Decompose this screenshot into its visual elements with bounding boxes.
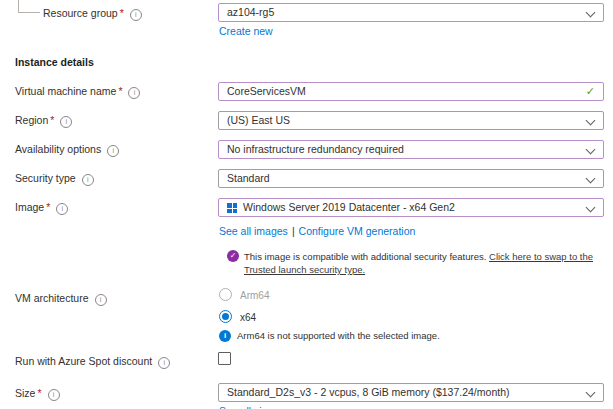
create-new-link[interactable]: Create new bbox=[219, 25, 273, 37]
swap-trusted-launch-link-line1[interactable]: Click here to swap to the bbox=[489, 251, 593, 262]
chevron-down-icon[interactable] bbox=[586, 8, 596, 18]
availability-options-value: No infrastructure redundancy required bbox=[227, 143, 404, 155]
info-badge-icon: i bbox=[219, 330, 231, 342]
swap-trusted-launch-link-line2[interactable]: Trusted launch security type. bbox=[244, 264, 365, 275]
see-all-sizes-link[interactable]: See all sizes bbox=[219, 405, 278, 409]
size-label-text: Size bbox=[15, 387, 35, 399]
resource-group-label: Resource group*i bbox=[43, 7, 142, 21]
size-label: Size*i bbox=[15, 387, 60, 401]
chevron-down-icon[interactable] bbox=[586, 174, 596, 184]
info-icon[interactable]: i bbox=[158, 357, 170, 369]
resource-group-label-text: Resource group bbox=[43, 7, 118, 19]
image-label-text: Image bbox=[15, 201, 44, 213]
info-icon[interactable]: i bbox=[128, 87, 140, 99]
required-asterisk: * bbox=[50, 114, 54, 126]
section-title-instance-details: Instance details bbox=[15, 56, 94, 68]
azure-spot-label: Run with Azure Spot discounti bbox=[15, 355, 170, 369]
region-label-text: Region bbox=[15, 114, 48, 126]
security-type-value: Standard bbox=[227, 172, 270, 184]
chevron-down-icon[interactable] bbox=[586, 388, 596, 398]
windows-logo-icon bbox=[227, 203, 237, 213]
configure-vm-generation-link[interactable]: Configure VM generation bbox=[299, 225, 416, 237]
radio-x64-label[interactable]: x64 bbox=[240, 312, 256, 323]
info-icon[interactable]: i bbox=[107, 145, 119, 157]
info-icon[interactable]: i bbox=[48, 389, 60, 401]
region-label: Region*i bbox=[15, 114, 72, 128]
see-all-images-link[interactable]: See all images bbox=[219, 225, 288, 237]
resource-group-value: az104-rg5 bbox=[227, 6, 274, 18]
azure-spot-checkbox[interactable] bbox=[218, 352, 231, 365]
radio-arm64-label[interactable]: Arm64 bbox=[240, 290, 269, 301]
vm-architecture-label-text: VM architecture bbox=[15, 292, 89, 304]
chevron-down-icon[interactable] bbox=[586, 145, 596, 155]
tree-connector-line bbox=[18, 0, 40, 13]
valid-check-icon: ✓ bbox=[586, 83, 595, 100]
trusted-launch-shield-icon: ✓ bbox=[227, 250, 239, 262]
resource-group-dropdown[interactable]: az104-rg5 bbox=[218, 3, 604, 22]
security-type-label: Security typei bbox=[15, 172, 94, 186]
radio-arm64[interactable] bbox=[219, 288, 232, 301]
region-value: (US) East US bbox=[227, 114, 290, 126]
info-icon[interactable]: i bbox=[130, 9, 142, 21]
chevron-down-icon[interactable] bbox=[586, 203, 596, 213]
size-dropdown[interactable]: Standard_D2s_v3 - 2 vcpus, 8 GiB memory … bbox=[218, 383, 604, 402]
vm-name-input[interactable]: CoreServicesVM ✓ bbox=[218, 82, 604, 101]
image-dropdown[interactable]: Windows Server 2019 Datacenter - x64 Gen… bbox=[218, 198, 604, 217]
info-icon[interactable]: i bbox=[56, 203, 68, 215]
link-separator: | bbox=[292, 225, 295, 237]
region-dropdown[interactable]: (US) East US bbox=[218, 111, 604, 130]
info-icon[interactable]: i bbox=[95, 294, 107, 306]
image-security-notice-text: This image is compatible with additional… bbox=[244, 251, 486, 262]
availability-options-label-text: Availability options bbox=[15, 143, 101, 155]
image-label: Image*i bbox=[15, 201, 68, 215]
vm-name-label: Virtual machine name*i bbox=[15, 85, 140, 99]
required-asterisk: * bbox=[46, 201, 50, 213]
required-asterisk: * bbox=[118, 85, 122, 97]
required-asterisk: * bbox=[37, 387, 41, 399]
security-type-dropdown[interactable]: Standard bbox=[218, 169, 604, 188]
image-links-row: See all images|Configure VM generation bbox=[219, 225, 415, 237]
info-icon[interactable]: i bbox=[60, 116, 72, 128]
size-value: Standard_D2s_v3 - 2 vcpus, 8 GiB memory … bbox=[227, 386, 509, 398]
info-icon[interactable]: i bbox=[82, 174, 94, 186]
availability-options-label: Availability optionsi bbox=[15, 143, 119, 157]
radio-x64[interactable] bbox=[219, 310, 232, 323]
image-value: Windows Server 2019 Datacenter - x64 Gen… bbox=[227, 201, 455, 213]
vm-name-value: CoreServicesVM bbox=[227, 85, 306, 97]
vm-name-label-text: Virtual machine name bbox=[15, 85, 116, 97]
required-asterisk: * bbox=[120, 7, 124, 19]
chevron-down-icon[interactable] bbox=[586, 116, 596, 126]
azure-spot-label-text: Run with Azure Spot discount bbox=[15, 355, 152, 367]
image-security-notice: This image is compatible with additional… bbox=[244, 250, 613, 276]
vm-architecture-label: VM architecturei bbox=[15, 292, 107, 306]
arm64-not-supported-note: Arm64 is not supported with the selected… bbox=[237, 330, 440, 341]
availability-options-dropdown[interactable]: No infrastructure redundancy required bbox=[218, 140, 604, 159]
security-type-label-text: Security type bbox=[15, 172, 76, 184]
